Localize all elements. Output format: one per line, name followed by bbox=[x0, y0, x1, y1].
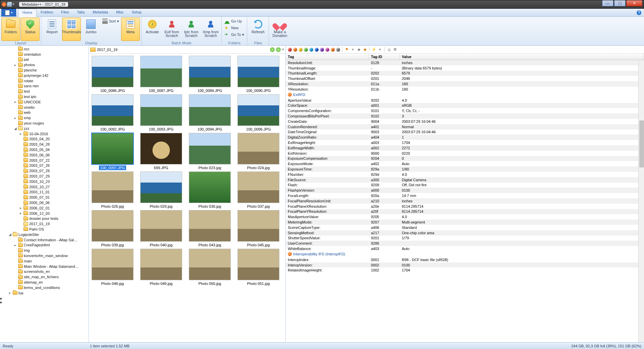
col-tag-header[interactable]: Tag bbox=[286, 54, 369, 60]
tree-node[interactable]: dossier pour tests bbox=[1, 216, 89, 221]
metadata-row[interactable]: WhiteBalance:a403Auto bbox=[286, 246, 644, 251]
metadata-row[interactable]: ThumbnailLength:02026579 bbox=[286, 71, 644, 76]
metadata-row[interactable]: ResolutionUnit:0128inches bbox=[286, 60, 644, 65]
tree-node[interactable]: 2003_07_28 bbox=[1, 168, 89, 173]
thumbnail[interactable]: Photo 043.jpg bbox=[189, 210, 231, 247]
refresh-button[interactable]: Refresh bbox=[249, 17, 267, 41]
metadata-row[interactable]: ThumbnailImage:-(Binary data 6579 bytes) bbox=[286, 65, 644, 71]
tree-node[interactable]: test bbox=[1, 89, 89, 94]
nav-dropdown-icon[interactable]: ▾ bbox=[282, 47, 284, 52]
metadata-row[interactable]: ShutterSpeedValue:92011/79 bbox=[286, 236, 644, 241]
xmp-scratch-button[interactable]: Xmp from Scratch bbox=[201, 17, 220, 41]
nav-refresh-icon[interactable] bbox=[270, 47, 275, 52]
meta-button[interactable]: Meta bbox=[121, 17, 140, 41]
tree-node[interactable]: ▸photos bbox=[1, 62, 89, 67]
tree-node[interactable]: screenshots_en bbox=[1, 269, 89, 274]
tree-node[interactable]: 2003_07_22 bbox=[1, 158, 89, 163]
thumbnail[interactable]: 100_0090.JPG bbox=[237, 56, 279, 93]
thumbnail[interactable]: Photo 037.jpg bbox=[237, 171, 279, 209]
tree-node[interactable]: 2005_07_01 bbox=[1, 195, 89, 200]
tree-node[interactable]: 2003_04_20 bbox=[1, 137, 89, 142]
thumbnail-grid[interactable]: 100_0086.JPG100_0087.JPG100_0089.JPG100_… bbox=[89, 54, 285, 342]
metadata-row[interactable]: ComponentsConfiguration:9101Y, Cb, Cr, - bbox=[286, 108, 644, 113]
thumbnail[interactable]: 100_0092.JPG bbox=[92, 94, 133, 132]
tree-node[interactable]: vinetto bbox=[1, 105, 89, 110]
tag-gray-icon[interactable]: ◆ bbox=[357, 47, 361, 52]
color-dot[interactable] bbox=[315, 48, 319, 52]
tree-node[interactable]: 2005_08_06 bbox=[1, 200, 89, 205]
tree-node[interactable]: orientation bbox=[1, 52, 89, 57]
metadata-row[interactable]: FlashpixVersion:a0000100 bbox=[286, 188, 644, 193]
tree-node[interactable]: ▸10-04-2016 bbox=[1, 131, 89, 137]
color-dot[interactable] bbox=[325, 48, 329, 52]
metadata-row[interactable]: ThumbnailOffset:02012048 bbox=[286, 76, 644, 81]
metadata-row[interactable]: CreateDate:90042003:07:29 16:04:46 bbox=[286, 119, 644, 124]
tree-node[interactable]: site_map_en_fichiers bbox=[1, 274, 89, 280]
metadata-row[interactable]: FileSource:a300Digital Camera bbox=[286, 177, 644, 183]
color-dot[interactable] bbox=[293, 48, 297, 52]
tab-setup[interactable]: Setup bbox=[128, 9, 146, 16]
metadata-row[interactable]: UserComment:9286 bbox=[286, 241, 644, 246]
sort-button[interactable]: Sort ▾ bbox=[101, 18, 120, 24]
tree-node[interactable]: ▸UNICODE bbox=[1, 99, 89, 105]
metadata-row[interactable]: SensingMethod:a217One-chip color area bbox=[286, 230, 644, 236]
folders-button[interactable]: Folders bbox=[1, 17, 20, 41]
tree-node[interactable]: ▸2006_02_01 bbox=[1, 205, 89, 211]
thumbnail[interactable]: Photo 039.jpg bbox=[92, 210, 133, 247]
bolt-icon[interactable]: ⚡ bbox=[372, 47, 376, 52]
thumbnail[interactable]: 100_0096.JPG bbox=[237, 94, 279, 132]
color-dot[interactable] bbox=[336, 48, 340, 52]
minimize-button[interactable]: — bbox=[602, 0, 613, 6]
qat-save-icon[interactable] bbox=[7, 2, 12, 7]
status-button[interactable]: Status bbox=[21, 17, 40, 41]
exif-scratch-button[interactable]: Exif from Scratch bbox=[162, 17, 181, 41]
tree-node[interactable]: ncc bbox=[1, 46, 89, 52]
iptc-scratch-button[interactable]: Iptc from Scratch bbox=[182, 17, 201, 41]
metadata-row[interactable]: ExifImageWidth:a0022272 bbox=[286, 145, 644, 151]
thumbnail[interactable]: Photo 048.jpg bbox=[92, 249, 133, 286]
metadata-group-header[interactable]: ExifIFD⌃ bbox=[286, 92, 644, 98]
metadata-row[interactable]: SceneCaptureType:a406Standard bbox=[286, 225, 644, 230]
thumbnail[interactable]: Photo 026.jpg bbox=[92, 171, 133, 209]
metadata-row[interactable]: YResolution:011b180 bbox=[286, 87, 644, 92]
metadata-row[interactable]: DigitalZoomRatio:a4041 bbox=[286, 135, 644, 140]
color-dot[interactable] bbox=[320, 48, 324, 52]
col-value-header[interactable]: Value bbox=[400, 54, 644, 60]
metadata-row[interactable]: InteropVersion:00020100 bbox=[286, 262, 644, 268]
activate-button[interactable]: Activate bbox=[143, 17, 162, 41]
file-menu-button[interactable] bbox=[1, 9, 16, 16]
tree-node[interactable]: ▸xmp bbox=[1, 115, 89, 120]
metadata-row[interactable]: ApertureValue:92024.0 bbox=[286, 98, 644, 103]
color-dot[interactable] bbox=[299, 48, 303, 52]
thumbnail[interactable]: Photo 023.jpg bbox=[189, 133, 231, 170]
tree-node[interactable]: 2003_05_04 bbox=[1, 147, 89, 152]
tree-node[interactable]: rotate bbox=[1, 78, 89, 84]
thumbnail[interactable]: Photo 024.jpg bbox=[237, 133, 279, 170]
metadata-row[interactable]: CompressedBitsPerPixel:91023 bbox=[286, 113, 644, 119]
metadata-row[interactable]: RelatedImageHeight:10021704 bbox=[286, 267, 644, 273]
flag-orange-icon[interactable]: ⚑ bbox=[344, 47, 349, 52]
print-icon[interactable]: ⎙ bbox=[387, 47, 391, 52]
donate-button[interactable]: Make a Donation bbox=[270, 17, 289, 41]
breadcrumb[interactable]: 2017_01_19 bbox=[97, 48, 269, 52]
tree-node[interactable]: 2017_01_19 bbox=[1, 221, 89, 227]
metadata-row[interactable]: Flash:9209Off, Did not fire bbox=[286, 183, 644, 188]
metadata-row[interactable]: ExposureCompensation:92040 bbox=[286, 156, 644, 161]
color-dot[interactable] bbox=[331, 48, 335, 52]
tag-orange-icon[interactable]: ◆ bbox=[363, 47, 367, 52]
color-dot[interactable] bbox=[288, 48, 292, 52]
tree-node[interactable]: 2003_10_27 bbox=[1, 184, 89, 190]
metadata-row[interactable]: XResolution:011a180 bbox=[286, 81, 644, 87]
thumbnail[interactable]: 699.JPG bbox=[140, 133, 182, 170]
tree-node[interactable]: ▸CreePagesHtml bbox=[1, 242, 89, 248]
tree-node[interactable]: web bbox=[1, 110, 89, 115]
metadata-row[interactable]: ExposureTime:829a1/80 bbox=[286, 166, 644, 172]
thumbnails-button[interactable]: Thumbnails bbox=[62, 17, 81, 41]
metadata-scrollbar[interactable] bbox=[638, 60, 644, 342]
tree-node[interactable]: img bbox=[1, 248, 89, 253]
flag-dropdown-icon[interactable]: ▾ bbox=[351, 47, 355, 52]
thumbnail[interactable]: Photo 045.jpg bbox=[237, 210, 279, 247]
tree-node[interactable]: test iptc bbox=[1, 94, 89, 99]
tree-node[interactable]: yeux rouges bbox=[1, 120, 89, 126]
metadata-row[interactable]: FocalPlaneYResolution:a20f8114.285714 bbox=[286, 209, 644, 214]
